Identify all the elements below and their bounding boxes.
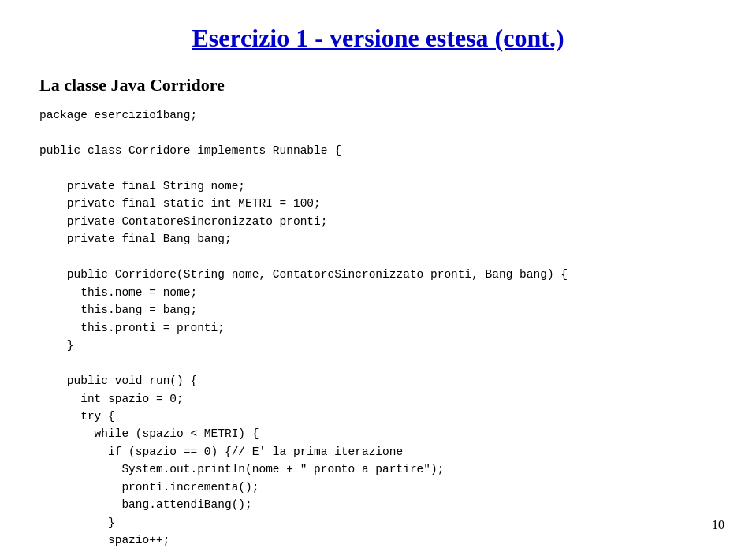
page-title: Esercizio 1 - versione estesa (cont.) xyxy=(39,24,717,53)
section-heading: La classe Java Corridore xyxy=(39,75,717,95)
page-number: 10 xyxy=(712,518,724,532)
code-block: package esercizio1bang; public class Cor… xyxy=(39,106,717,548)
